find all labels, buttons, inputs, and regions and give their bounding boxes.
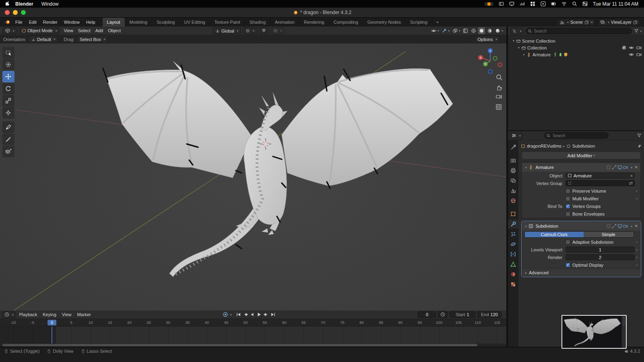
current-frame-line[interactable] <box>52 327 52 343</box>
properties-tab-object[interactable] <box>508 210 518 218</box>
timeline-editor-type[interactable]: ▾ <box>2 311 16 318</box>
timeline-menu-playback[interactable]: Playback <box>17 312 40 317</box>
advanced-subpanel-header[interactable]: ▸Advanced <box>522 269 640 276</box>
selectable-checkbox[interactable]: ✓ <box>622 45 626 50</box>
toggle-camera-icon[interactable] <box>623 224 628 228</box>
close-window-button[interactable] <box>5 10 10 15</box>
tool-annotate[interactable] <box>2 121 14 133</box>
object-visibility-dropdown[interactable]: ▾ <box>430 27 440 34</box>
viewport-menu-view[interactable]: View <box>61 28 76 33</box>
checkbox-preserve-volume[interactable] <box>566 189 570 193</box>
current-frame-field[interactable]: 0 <box>418 311 436 318</box>
tool-scale[interactable] <box>2 95 14 107</box>
new-viewlayer-icon[interactable] <box>633 20 638 25</box>
new-scene-icon[interactable] <box>584 20 589 25</box>
properties-tab-view-layer[interactable] <box>508 176 518 185</box>
extras-menu-icon[interactable]: ▾ <box>631 166 632 169</box>
hide-in-camera-toggle[interactable] <box>636 52 642 57</box>
modifier-name[interactable]: Subdivision <box>536 224 605 228</box>
checkbox-bone-envelopes[interactable] <box>566 212 570 216</box>
toggle-oncage-icon[interactable] <box>606 224 611 228</box>
app-menu-blender[interactable]: Blender <box>12 1 37 7</box>
transform-orientation-selector[interactable]: Global▾ <box>213 27 241 34</box>
viewport-canvas[interactable]: Z X Y <box>0 43 506 311</box>
window-manager-icon[interactable] <box>499 1 504 6</box>
toggle-editmode-icon[interactable] <box>612 165 617 170</box>
properties-filter-icon[interactable] <box>637 133 642 138</box>
timeline-track-area[interactable] <box>0 327 506 343</box>
animate-property-dot[interactable] <box>636 190 638 192</box>
tool-measure[interactable] <box>2 134 14 145</box>
collapse-panel-icon[interactable]: ▾ <box>525 166 527 169</box>
frame-start-field[interactable]: Start1 <box>449 311 476 318</box>
control-center-icon[interactable] <box>582 1 588 6</box>
pin-icon[interactable] <box>637 144 642 148</box>
shading-wireframe-button[interactable] <box>470 27 477 34</box>
render-value-field[interactable]: 2 <box>566 254 635 260</box>
outliner-search-input[interactable] <box>526 28 632 34</box>
tool-move[interactable] <box>2 71 14 82</box>
expand-icon[interactable]: ▸ <box>522 53 526 56</box>
current-frame-marker[interactable]: 0 <box>47 320 56 325</box>
toggle-monitor-icon[interactable] <box>617 224 622 228</box>
checkbox-optimal-display[interactable]: ✓ <box>566 263 570 267</box>
zoom-button[interactable] <box>497 75 502 80</box>
clear-object-icon[interactable]: × <box>630 173 633 178</box>
gizmo-y-neg[interactable] <box>493 56 497 60</box>
snap-target-button[interactable]: ▾ <box>243 27 257 34</box>
breadcrumb-object[interactable]: dragonREVudims <box>527 144 561 148</box>
next-keyframe-button[interactable] <box>263 311 269 318</box>
checkbox-multi-modifier[interactable] <box>566 196 570 201</box>
object-selector[interactable]: Armature× <box>566 173 635 179</box>
viewport-menu-object[interactable]: Object <box>105 28 123 33</box>
collapse-icon[interactable]: ▾ <box>511 39 516 43</box>
gizmo-x-neg[interactable] <box>498 63 502 67</box>
delete-modifier-icon[interactable]: × <box>634 223 638 229</box>
topbar-menu-help[interactable]: Help <box>83 20 99 25</box>
outliner-row-scene-collection[interactable]: ▾Scene Collection <box>508 37 644 44</box>
properties-tab-texture[interactable] <box>508 280 518 289</box>
gizmo-z-neg[interactable] <box>488 70 492 74</box>
breadcrumb-modifier[interactable]: Subdivision <box>572 144 595 148</box>
tool-rotate[interactable] <box>2 83 14 95</box>
jump-to-start-button[interactable] <box>235 311 242 318</box>
workspace-tab-uv-editing[interactable]: UV Editing <box>180 18 210 27</box>
show-overlays-toggle[interactable]: ▾ <box>452 27 461 34</box>
toggle-camera-icon[interactable] <box>623 165 628 170</box>
collapse-panel-icon[interactable]: ▾ <box>525 225 527 228</box>
proportional-editing-toggle[interactable]: ▾ <box>270 27 285 34</box>
tool-select-box[interactable] <box>2 47 14 58</box>
animate-property-dot[interactable] <box>636 257 638 258</box>
mode-selector[interactable]: Object Mode▾ <box>19 27 60 34</box>
options-dropdown[interactable]: Options▾ <box>475 36 500 43</box>
spotlight-icon[interactable] <box>572 1 577 6</box>
modifier-name[interactable]: Armature <box>536 165 605 170</box>
shading-rendered-button[interactable]: ▾ <box>494 27 504 34</box>
snap-toggle[interactable] <box>259 27 269 34</box>
toggle-oncage-icon[interactable] <box>606 165 611 170</box>
tool-transform[interactable] <box>2 107 14 119</box>
timeline-scrollbar[interactable] <box>0 343 506 347</box>
invert-vertex-group-icon[interactable]: ⇄ <box>629 181 633 186</box>
toggle-editmode-icon[interactable] <box>612 224 617 228</box>
menubar-clock[interactable]: Tue Mar 11 11:04 AM <box>593 1 638 7</box>
timeline-menu-marker[interactable]: Marker <box>74 312 93 317</box>
wifi-icon[interactable] <box>561 1 567 6</box>
prev-keyframe-button[interactable] <box>242 311 249 318</box>
workspace-tab-rendering[interactable]: Rendering <box>299 18 329 27</box>
properties-tab-scene[interactable] <box>508 186 518 195</box>
add-modifier-button[interactable]: Add Modifier▾ <box>522 152 641 159</box>
viewport-menu-add[interactable]: Add <box>93 28 106 33</box>
workspace-tab-scripting[interactable]: Scripting <box>406 18 432 27</box>
properties-tab-output[interactable] <box>508 166 518 175</box>
hide-in-eye-toggle[interactable] <box>629 52 634 57</box>
frame-end-field[interactable]: End120 <box>477 311 502 318</box>
timeline-ruler[interactable]: 0 -10-5051015202530354045505560657075808… <box>0 319 506 327</box>
topbar-menu-file[interactable]: File <box>12 20 26 25</box>
properties-tab-constraints[interactable] <box>508 250 518 259</box>
animate-property-dot[interactable] <box>636 198 638 200</box>
modifier-header-armature[interactable]: ▾Armature▾× <box>522 163 640 172</box>
toggle-monitor-icon[interactable] <box>617 165 622 170</box>
navigation-gizmo[interactable]: Z X Y <box>478 48 502 74</box>
segment-option-catmull-clark[interactable]: Catmull-Clark <box>525 232 584 237</box>
